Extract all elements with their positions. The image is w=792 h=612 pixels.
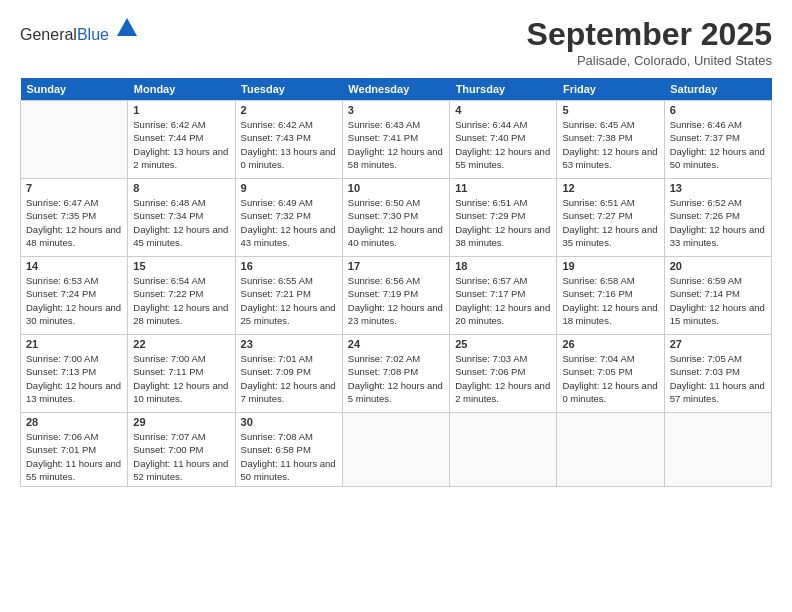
month-title: September 2025 [527, 16, 772, 53]
logo-general-text: General [20, 26, 77, 43]
day-info: Sunrise: 6:53 AMSunset: 7:24 PMDaylight:… [26, 274, 122, 327]
day-cell: 6Sunrise: 6:46 AMSunset: 7:37 PMDaylight… [664, 101, 771, 179]
day-cell: 17Sunrise: 6:56 AMSunset: 7:19 PMDayligh… [342, 257, 449, 335]
title-section: September 2025 Palisade, Colorado, Unite… [527, 16, 772, 68]
days-header-row: SundayMondayTuesdayWednesdayThursdayFrid… [21, 78, 772, 101]
day-info: Sunrise: 6:47 AMSunset: 7:35 PMDaylight:… [26, 196, 122, 249]
day-info: Sunrise: 6:58 AMSunset: 7:16 PMDaylight:… [562, 274, 658, 327]
week-row-5: 28Sunrise: 7:06 AMSunset: 7:01 PMDayligh… [21, 413, 772, 487]
day-number: 21 [26, 338, 122, 350]
day-header-monday: Monday [128, 78, 235, 101]
day-info: Sunrise: 7:00 AMSunset: 7:13 PMDaylight:… [26, 352, 122, 405]
day-number: 4 [455, 104, 551, 116]
day-number: 24 [348, 338, 444, 350]
week-row-2: 7Sunrise: 6:47 AMSunset: 7:35 PMDaylight… [21, 179, 772, 257]
day-header-sunday: Sunday [21, 78, 128, 101]
day-info: Sunrise: 7:00 AMSunset: 7:11 PMDaylight:… [133, 352, 229, 405]
day-info: Sunrise: 6:42 AMSunset: 7:44 PMDaylight:… [133, 118, 229, 171]
day-info: Sunrise: 6:57 AMSunset: 7:17 PMDaylight:… [455, 274, 551, 327]
day-cell [664, 413, 771, 487]
calendar-table: SundayMondayTuesdayWednesdayThursdayFrid… [20, 78, 772, 487]
day-info: Sunrise: 6:42 AMSunset: 7:43 PMDaylight:… [241, 118, 337, 171]
day-info: Sunrise: 7:06 AMSunset: 7:01 PMDaylight:… [26, 430, 122, 483]
day-number: 6 [670, 104, 766, 116]
day-info: Sunrise: 6:59 AMSunset: 7:14 PMDaylight:… [670, 274, 766, 327]
day-cell: 11Sunrise: 6:51 AMSunset: 7:29 PMDayligh… [450, 179, 557, 257]
day-number: 30 [241, 416, 337, 428]
day-info: Sunrise: 7:05 AMSunset: 7:03 PMDaylight:… [670, 352, 766, 405]
day-info: Sunrise: 6:49 AMSunset: 7:32 PMDaylight:… [241, 196, 337, 249]
header: GeneralBlue September 2025 Palisade, Col… [20, 16, 772, 68]
day-info: Sunrise: 7:07 AMSunset: 7:00 PMDaylight:… [133, 430, 229, 483]
day-cell: 1Sunrise: 6:42 AMSunset: 7:44 PMDaylight… [128, 101, 235, 179]
day-cell: 16Sunrise: 6:55 AMSunset: 7:21 PMDayligh… [235, 257, 342, 335]
day-info: Sunrise: 6:48 AMSunset: 7:34 PMDaylight:… [133, 196, 229, 249]
day-cell: 2Sunrise: 6:42 AMSunset: 7:43 PMDaylight… [235, 101, 342, 179]
logo-blue-text: Blue [77, 26, 109, 43]
day-cell: 22Sunrise: 7:00 AMSunset: 7:11 PMDayligh… [128, 335, 235, 413]
day-number: 29 [133, 416, 229, 428]
day-info: Sunrise: 6:52 AMSunset: 7:26 PMDaylight:… [670, 196, 766, 249]
day-cell: 12Sunrise: 6:51 AMSunset: 7:27 PMDayligh… [557, 179, 664, 257]
day-cell: 21Sunrise: 7:00 AMSunset: 7:13 PMDayligh… [21, 335, 128, 413]
day-cell: 26Sunrise: 7:04 AMSunset: 7:05 PMDayligh… [557, 335, 664, 413]
day-info: Sunrise: 6:50 AMSunset: 7:30 PMDaylight:… [348, 196, 444, 249]
day-cell: 14Sunrise: 6:53 AMSunset: 7:24 PMDayligh… [21, 257, 128, 335]
day-header-wednesday: Wednesday [342, 78, 449, 101]
day-cell [342, 413, 449, 487]
day-header-tuesday: Tuesday [235, 78, 342, 101]
day-number: 13 [670, 182, 766, 194]
day-header-saturday: Saturday [664, 78, 771, 101]
day-number: 9 [241, 182, 337, 194]
day-header-thursday: Thursday [450, 78, 557, 101]
day-info: Sunrise: 6:55 AMSunset: 7:21 PMDaylight:… [241, 274, 337, 327]
day-cell: 7Sunrise: 6:47 AMSunset: 7:35 PMDaylight… [21, 179, 128, 257]
day-number: 27 [670, 338, 766, 350]
day-info: Sunrise: 7:03 AMSunset: 7:06 PMDaylight:… [455, 352, 551, 405]
day-cell [21, 101, 128, 179]
day-number: 16 [241, 260, 337, 272]
day-number: 25 [455, 338, 551, 350]
day-number: 14 [26, 260, 122, 272]
day-number: 23 [241, 338, 337, 350]
day-cell: 15Sunrise: 6:54 AMSunset: 7:22 PMDayligh… [128, 257, 235, 335]
day-cell [557, 413, 664, 487]
logo-icon [115, 16, 139, 40]
day-info: Sunrise: 6:56 AMSunset: 7:19 PMDaylight:… [348, 274, 444, 327]
day-number: 8 [133, 182, 229, 194]
week-row-1: 1Sunrise: 6:42 AMSunset: 7:44 PMDaylight… [21, 101, 772, 179]
day-cell: 13Sunrise: 6:52 AMSunset: 7:26 PMDayligh… [664, 179, 771, 257]
day-number: 28 [26, 416, 122, 428]
week-row-4: 21Sunrise: 7:00 AMSunset: 7:13 PMDayligh… [21, 335, 772, 413]
day-cell: 9Sunrise: 6:49 AMSunset: 7:32 PMDaylight… [235, 179, 342, 257]
day-cell [450, 413, 557, 487]
day-cell: 25Sunrise: 7:03 AMSunset: 7:06 PMDayligh… [450, 335, 557, 413]
day-number: 2 [241, 104, 337, 116]
day-cell: 27Sunrise: 7:05 AMSunset: 7:03 PMDayligh… [664, 335, 771, 413]
day-cell: 5Sunrise: 6:45 AMSunset: 7:38 PMDaylight… [557, 101, 664, 179]
day-cell: 28Sunrise: 7:06 AMSunset: 7:01 PMDayligh… [21, 413, 128, 487]
day-info: Sunrise: 7:08 AMSunset: 6:58 PMDaylight:… [241, 430, 337, 483]
day-number: 10 [348, 182, 444, 194]
day-number: 15 [133, 260, 229, 272]
day-cell: 19Sunrise: 6:58 AMSunset: 7:16 PMDayligh… [557, 257, 664, 335]
day-info: Sunrise: 7:04 AMSunset: 7:05 PMDaylight:… [562, 352, 658, 405]
week-row-3: 14Sunrise: 6:53 AMSunset: 7:24 PMDayligh… [21, 257, 772, 335]
day-header-friday: Friday [557, 78, 664, 101]
day-number: 3 [348, 104, 444, 116]
day-number: 19 [562, 260, 658, 272]
day-info: Sunrise: 6:46 AMSunset: 7:37 PMDaylight:… [670, 118, 766, 171]
day-number: 22 [133, 338, 229, 350]
day-number: 5 [562, 104, 658, 116]
day-number: 26 [562, 338, 658, 350]
location: Palisade, Colorado, United States [527, 53, 772, 68]
day-number: 11 [455, 182, 551, 194]
day-cell: 3Sunrise: 6:43 AMSunset: 7:41 PMDaylight… [342, 101, 449, 179]
calendar-page: GeneralBlue September 2025 Palisade, Col… [0, 0, 792, 612]
day-number: 20 [670, 260, 766, 272]
day-info: Sunrise: 7:01 AMSunset: 7:09 PMDaylight:… [241, 352, 337, 405]
day-cell: 18Sunrise: 6:57 AMSunset: 7:17 PMDayligh… [450, 257, 557, 335]
day-info: Sunrise: 6:44 AMSunset: 7:40 PMDaylight:… [455, 118, 551, 171]
day-cell: 10Sunrise: 6:50 AMSunset: 7:30 PMDayligh… [342, 179, 449, 257]
day-cell: 4Sunrise: 6:44 AMSunset: 7:40 PMDaylight… [450, 101, 557, 179]
